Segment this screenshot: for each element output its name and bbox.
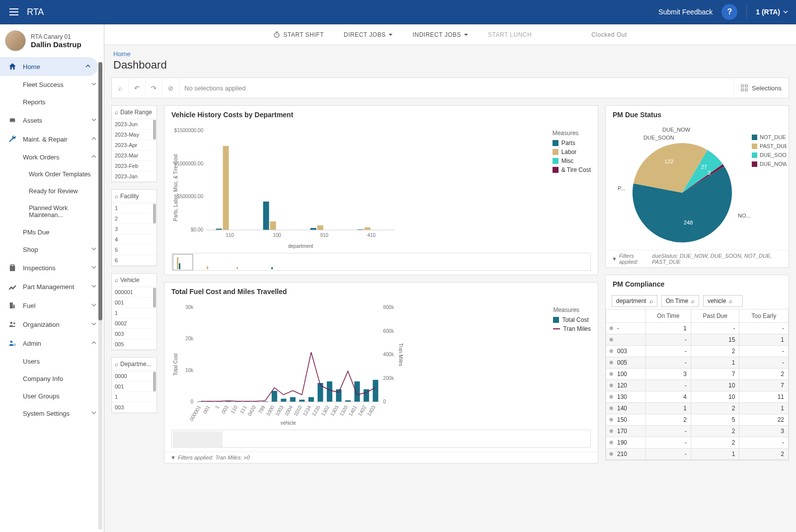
filter-row[interactable]: 2023-May xyxy=(112,130,157,140)
legend-item[interactable]: & Tire Cost xyxy=(553,166,591,173)
filter-row[interactable]: 1 xyxy=(112,392,157,402)
sidebar-item-company-info[interactable]: Company Info xyxy=(0,370,104,387)
filter-row[interactable]: 005 xyxy=(112,339,157,350)
table-row[interactable]: ⊕1502522 xyxy=(606,414,789,426)
filter-row[interactable]: 0000 xyxy=(112,371,157,381)
breadcrumb[interactable]: Home xyxy=(104,45,796,59)
svg-text:003: 003 xyxy=(221,404,230,414)
th-tooearly[interactable]: Too Early xyxy=(739,309,789,323)
sidebar-item-shop[interactable]: Shop xyxy=(0,241,104,258)
table-row[interactable]: ⊕-1-- xyxy=(606,323,789,334)
bar-chart[interactable]: $0.00$500000.00$1000000.00$1500000.00Par… xyxy=(171,126,440,250)
filter-row[interactable]: 4 xyxy=(112,234,157,245)
filter-row[interactable]: 003 xyxy=(112,402,157,413)
start-lunch-button[interactable]: START LUNCH xyxy=(488,31,532,38)
filter-row[interactable]: 2023-Apr xyxy=(112,140,157,151)
sidebar-item-work-orders[interactable]: Work Orders xyxy=(0,149,104,166)
scrollbar[interactable] xyxy=(153,372,156,391)
table-row[interactable]: ⊕210-12 xyxy=(606,449,789,460)
sidebar-item-assets[interactable]: Assets xyxy=(0,111,104,130)
table-row[interactable]: ⊕120-107 xyxy=(606,380,789,391)
sidebar-label: Shop xyxy=(23,246,38,253)
direct-jobs-menu[interactable]: DIRECT JOBS xyxy=(344,31,393,38)
tag-ontime[interactable]: On Time⌕ xyxy=(661,295,699,307)
clear-selection-icon[interactable]: ⊘ xyxy=(162,77,179,98)
filter-row[interactable]: 3 xyxy=(112,224,157,234)
legend-item[interactable]: Total Cost xyxy=(553,316,591,323)
account-menu[interactable]: 1 (RTA) xyxy=(756,8,788,16)
sidebar-item-home[interactable]: Home xyxy=(0,57,98,76)
filter-row[interactable]: 5 xyxy=(112,245,157,255)
help-icon[interactable]: ? xyxy=(721,4,737,20)
filter-row[interactable]: 1 xyxy=(112,308,157,318)
sidebar-item-pms-due[interactable]: PMs Due xyxy=(0,224,104,241)
sidebar-item-fuel[interactable]: Fuel xyxy=(0,296,104,315)
hamburger-icon[interactable] xyxy=(8,6,20,18)
th-dept[interactable] xyxy=(606,309,646,323)
filter-row[interactable]: 1 xyxy=(112,203,157,214)
table-row[interactable]: ⊕005-1- xyxy=(606,357,789,369)
table-row[interactable]: ⊕003-2- xyxy=(606,346,789,357)
table-row[interactable]: ⊕100372 xyxy=(606,369,789,380)
sidebar-item-users[interactable]: Users xyxy=(0,353,104,370)
table-row[interactable]: ⊕13041011 xyxy=(606,391,789,403)
sidebar-item-planned-work[interactable]: Planned Work Maintenan... xyxy=(0,200,104,224)
pie-chart[interactable]: 248122273DUE_NOWDUE_SOONP...NO...NOT_DUE… xyxy=(613,126,787,250)
tag-department[interactable]: department⌕ xyxy=(612,295,657,307)
table-row[interactable]: ⊕170-23 xyxy=(606,426,789,437)
filter-row[interactable]: 001 xyxy=(112,298,157,308)
sidebar-item-system-settings[interactable]: System Settings xyxy=(0,405,104,422)
filter-row[interactable]: 2023-Jun xyxy=(112,119,157,130)
sidebar-item-fleet-success[interactable]: Fleet Success xyxy=(0,76,104,93)
th-ontime[interactable]: On Time xyxy=(645,309,691,323)
user-block[interactable]: RTA Canary 01 Dallin Dastrup xyxy=(0,24,104,57)
sidebar-item-admin[interactable]: Admin xyxy=(0,334,104,353)
filter-row[interactable]: 0002 xyxy=(112,318,157,329)
sidebar-item-organization[interactable]: Organization xyxy=(0,315,104,334)
sidebar-item-ready-review[interactable]: Ready for Review xyxy=(0,183,104,200)
scrollbar[interactable] xyxy=(153,120,156,140)
tag-vehicle[interactable]: vehicle⌕ xyxy=(703,295,743,307)
filter-department[interactable]: ⌕Departme... 00000011003 xyxy=(111,357,157,413)
sidebar-scrollthumb[interactable] xyxy=(98,62,102,320)
table-row[interactable]: ⊕-151 xyxy=(606,334,789,346)
sidebar-item-maint-repair[interactable]: Maint. & Repair xyxy=(0,130,104,149)
card-vehicle-history-costs: Vehicle History Costs by Department $0.0… xyxy=(164,105,598,275)
mini-chart-scroller[interactable] xyxy=(171,430,591,448)
undo-icon[interactable]: ↶ xyxy=(129,77,146,98)
sidebar-item-inspections[interactable]: Inspections xyxy=(0,258,104,277)
sidebar-item-part-mgmt[interactable]: Part Management xyxy=(0,277,104,296)
compliance-table[interactable]: On Time Past Due Too Early ⊕-1--⊕-151⊕00… xyxy=(606,309,789,460)
scrollbar[interactable] xyxy=(153,288,156,307)
filter-date-range[interactable]: ⌕Date Range 2023-Jun2023-May2023-Apr2023… xyxy=(111,105,157,182)
submit-feedback-link[interactable]: Submit Feedback xyxy=(658,8,713,16)
filter-row[interactable]: 6 xyxy=(112,255,157,266)
filter-row[interactable]: 000001 xyxy=(112,287,157,298)
legend-item[interactable]: Labor xyxy=(553,149,591,155)
mini-chart-scroller[interactable] xyxy=(171,253,591,271)
filter-row[interactable]: 001 xyxy=(112,381,157,392)
filter-row[interactable]: 2 xyxy=(112,214,157,224)
table-row[interactable]: ⊕140121 xyxy=(606,403,789,414)
sidebar-item-user-groups[interactable]: User Groups xyxy=(0,387,104,405)
sidebar-item-wo-templates[interactable]: Work Order Templates xyxy=(0,166,104,183)
indirect-jobs-menu[interactable]: INDIRECT JOBS xyxy=(412,31,468,38)
table-row[interactable]: ⊕190-2- xyxy=(606,437,789,449)
th-pastdue[interactable]: Past Due xyxy=(691,309,739,323)
filter-row[interactable]: 003 xyxy=(112,329,157,339)
filter-row[interactable]: 2023-Mar xyxy=(112,151,157,161)
filter-vehicle[interactable]: ⌕Vehicle 00000100110002003005 xyxy=(111,273,157,350)
legend-item[interactable]: Parts xyxy=(553,140,591,147)
legend-item[interactable]: Tran Miles xyxy=(553,325,591,332)
sidebar-item-reports[interactable]: Reports xyxy=(0,93,104,111)
combo-chart[interactable]: 010k20k30k0200k400k600k800kTotal CostTra… xyxy=(171,303,440,427)
scrollbar[interactable] xyxy=(153,204,156,224)
start-shift-button[interactable]: START SHIFT xyxy=(273,31,324,38)
search-selection-icon[interactable]: ⌕ xyxy=(112,77,129,98)
filter-row[interactable]: 2023-Feb xyxy=(112,161,157,171)
filter-row[interactable]: 2023-Jan xyxy=(112,171,157,182)
filter-facility[interactable]: ⌕Facility 123456 xyxy=(111,189,157,266)
redo-icon[interactable]: ↷ xyxy=(146,77,162,98)
legend-item[interactable]: Misc xyxy=(553,157,591,164)
selections-button[interactable]: Selections xyxy=(733,77,789,98)
